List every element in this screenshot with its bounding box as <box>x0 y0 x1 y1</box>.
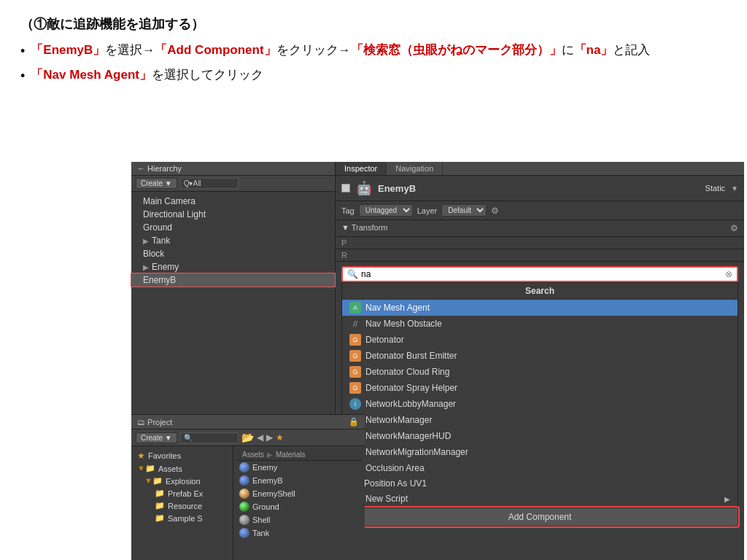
result-detonator[interactable]: G Detonator <box>342 332 738 348</box>
result-nav-mesh-obstacle[interactable]: // Nav Mesh Obstacle <box>342 316 738 332</box>
hierarchy-item-enemy[interactable]: ▶ Enemy <box>131 260 335 273</box>
resources-item[interactable]: 📁 Resource <box>134 499 230 512</box>
sample-item[interactable]: 📁 Sample S <box>134 512 230 524</box>
asset-enemyshell[interactable]: EnemyShell <box>236 487 362 500</box>
asset-enemyb[interactable]: EnemyB <box>236 474 362 487</box>
project-star-icon[interactable]: ★ <box>276 432 284 443</box>
instruction-text-2: 「Nav Mesh Agent」を選択してクリック <box>31 65 263 86</box>
inspector-header: 🤖 EnemyB Static ▼ <box>336 176 744 201</box>
static-dropdown-arrow[interactable]: ▼ <box>731 184 738 192</box>
breadcrumb-sep: ▶ <box>267 451 273 459</box>
network-lobby-icon: i <box>349 398 361 410</box>
hierarchy-search-input[interactable] <box>180 178 239 189</box>
instruction-list: 「EnemyB」を選択→「Add Component」をクリック→「検索窓（虫眼… <box>20 40 727 88</box>
explosion-item[interactable]: ▼📁 Explosion <box>134 475 230 487</box>
asset-ground[interactable]: Ground <box>236 500 362 513</box>
tabs-row: Inspector Navigation <box>336 162 744 176</box>
enemy-arrow-icon: ▶ <box>143 263 149 271</box>
navigation-tab[interactable]: Navigation <box>387 162 443 175</box>
result-occlusion[interactable]: ◼ Occlusion Area <box>342 460 738 476</box>
object-active-checkbox[interactable] <box>341 184 350 192</box>
assets-item[interactable]: ▼📁 Assets <box>134 462 230 475</box>
search-box: 🔍 ⊗ <box>341 266 738 282</box>
sample-folder-icon: 📁 <box>155 513 165 523</box>
result-network-lobby-label: NetworkLobbyManager <box>365 399 456 409</box>
clear-icon[interactable]: ⊗ <box>725 269 732 279</box>
result-occlusion-label: Occlusion Area <box>365 463 425 473</box>
explosion-label: Explosion <box>166 477 201 486</box>
prefab-item[interactable]: 📁 Prefab Ex <box>134 487 230 499</box>
tank-sphere-icon <box>239 528 249 538</box>
assets-folder-icon: ▼📁 <box>137 464 155 473</box>
enemyb-sphere-icon <box>239 475 249 486</box>
static-label: Static <box>705 184 726 192</box>
result-nav-mesh-agent[interactable]: A Nav Mesh Agent <box>342 300 738 316</box>
result-detonator-cloud-label: Detonator Cloud Ring <box>365 367 449 377</box>
search-icon: 🔍 <box>347 269 358 279</box>
right-panel: Inspector Navigation 🤖 EnemyB Static ▼ T… <box>336 162 744 560</box>
instruction-item-1: 「EnemyB」を選択→「Add Component」をクリック→「検索窓（虫眼… <box>20 40 727 63</box>
hierarchy-item-ground[interactable]: Ground <box>131 221 335 234</box>
project-header: 🗂 Project 🔒 <box>131 415 365 429</box>
asset-tank-label: Tank <box>252 529 269 537</box>
hierarchy-create-button[interactable]: Create ▼ <box>136 178 177 189</box>
favorites-star-icon: ★ <box>137 451 145 461</box>
favorites-item[interactable]: ★ Favorites <box>134 449 230 462</box>
hierarchy-tab-label: ← Hierarchy <box>137 164 182 173</box>
result-detonator-burst[interactable]: G Detonator Burst Emitter <box>342 348 738 364</box>
result-position-uv[interactable]: Position As UV1 <box>342 476 738 491</box>
result-network-hud[interactable]: i NetworkManagerHUD <box>342 428 738 444</box>
result-detonator-cloud[interactable]: G Detonator Cloud Ring <box>342 364 738 380</box>
tag-row: Tag Untagged Layer Default ⚙ <box>336 201 744 220</box>
project-body: ★ Favorites ▼📁 Assets ▼📁 Explosion 📁 Pre… <box>131 446 365 560</box>
hierarchy-item-block[interactable]: Block <box>131 247 335 260</box>
project-lock-icon[interactable]: 🔒 <box>349 417 359 427</box>
text-enemyb: 「EnemyB」 <box>31 43 105 57</box>
nav-obstacle-icon: // <box>349 318 361 330</box>
settings-gear-icon[interactable]: ⚙ <box>491 206 499 216</box>
project-back-icon[interactable]: ◀ <box>257 432 263 443</box>
prefab-folder-icon: 📁 <box>155 489 165 498</box>
hierarchy-item-tank[interactable]: ▶ Tank <box>131 234 335 247</box>
hierarchy-item-enemyb[interactable]: EnemyB <box>131 273 335 287</box>
hierarchy-item-main-camera[interactable]: Main Camera <box>131 195 335 208</box>
search-results-label: Search <box>342 283 738 300</box>
project-folder-icon[interactable]: 📂 <box>241 432 254 443</box>
project-create-button[interactable]: Create ▼ <box>136 432 177 443</box>
hierarchy-header: ← Hierarchy <box>131 162 335 176</box>
project-forward-icon[interactable]: ▶ <box>266 432 273 443</box>
shell-sphere-icon <box>239 515 249 525</box>
explosion-folder-icon: ▼📁 <box>144 476 163 486</box>
rotation-row: R <box>336 249 744 262</box>
ground-sphere-icon <box>239 502 249 512</box>
result-detonator-spray[interactable]: G Detonator Spray Helper <box>342 380 738 396</box>
project-toolbar: Create ▼ 📂 ◀ ▶ ★ <box>131 429 365 446</box>
layer-select[interactable]: Default <box>441 204 487 217</box>
asset-enemy[interactable]: Enemy <box>236 461 362 474</box>
inspector-tab[interactable]: Inspector <box>336 162 387 175</box>
result-network-manager[interactable]: i NetworkManager <box>342 412 738 428</box>
add-component-button[interactable]: Add Component <box>341 508 738 526</box>
result-detonator-spray-label: Detonator Spray Helper <box>365 383 457 393</box>
asset-shell[interactable]: Shell <box>236 513 362 526</box>
result-detonator-burst-label: Detonator Burst Emitter <box>365 351 457 361</box>
detonator-cloud-icon: G <box>349 366 361 378</box>
project-left-panel: ★ Favorites ▼📁 Assets ▼📁 Explosion 📁 Pre… <box>131 446 233 560</box>
project-search-input[interactable] <box>180 432 239 443</box>
result-new-script[interactable]: C# New Script ▶ <box>342 491 738 507</box>
result-network-lobby[interactable]: i NetworkLobbyManager <box>342 396 738 412</box>
asset-shell-label: Shell <box>252 516 270 524</box>
asset-tank[interactable]: Tank <box>236 526 362 540</box>
transform-gear-icon[interactable]: ⚙ <box>730 223 738 233</box>
text-add-component: 「Add Component」 <box>155 43 276 57</box>
result-network-migration[interactable]: ✕ NetworkMigrationManager <box>342 444 738 460</box>
hierarchy-item-directional-light[interactable]: Directional Light <box>131 208 335 221</box>
result-nav-mesh-agent-label: Nav Mesh Agent <box>365 303 430 313</box>
result-network-hud-label: NetworkManagerHUD <box>365 431 451 441</box>
tag-select[interactable]: Untagged <box>359 204 413 217</box>
result-position-uv-label: Position As UV1 <box>364 478 427 489</box>
search-input[interactable] <box>361 269 449 279</box>
result-nav-mesh-obstacle-label: Nav Mesh Obstacle <box>365 319 442 329</box>
resources-folder-icon: 📁 <box>155 501 165 510</box>
search-results-dropdown: Search A Nav Mesh Agent // Nav Mesh Obst… <box>341 282 738 508</box>
